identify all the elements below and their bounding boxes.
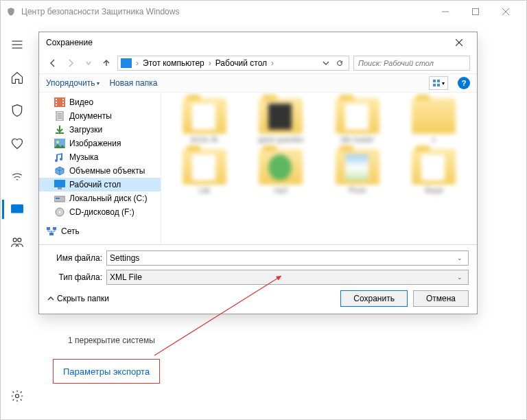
family-icon[interactable] — [2, 229, 32, 256]
export-params-highlight: Параметры экспорта — [53, 359, 160, 384]
svg-rect-31 — [58, 187, 62, 189]
file-item[interactable]: idle master — [321, 98, 394, 143]
file-item[interactable]: mp3 — [245, 149, 318, 194]
svg-point-8 — [13, 238, 16, 242]
tree-item-documents[interactable]: Документы — [39, 109, 161, 123]
save-dialog: Сохранение › Этот компьютер › Рабочий ст… — [38, 32, 478, 314]
network-icon — [46, 226, 57, 236]
nav-recent-icon[interactable] — [82, 56, 95, 70]
chevron-down-icon[interactable]: ⌄ — [454, 255, 465, 261]
image-icon — [54, 139, 65, 148]
svg-rect-37 — [53, 227, 56, 230]
svg-point-29 — [56, 141, 59, 143]
view-mode-button[interactable]: ▾ — [429, 76, 448, 90]
maximize-button[interactable] — [460, 1, 491, 23]
svg-rect-36 — [47, 227, 50, 230]
svg-rect-7 — [12, 205, 23, 213]
nav-back-icon[interactable] — [46, 56, 60, 70]
file-item[interactable]: Skype — [398, 149, 471, 194]
video-icon — [54, 97, 65, 107]
breadcrumb-current[interactable]: Рабочий стол — [214, 58, 268, 68]
dialog-close-button[interactable] — [448, 32, 470, 53]
chevron-right-icon: › — [207, 58, 213, 68]
hide-folders-toggle[interactable]: Скрыть папки — [47, 294, 109, 303]
search-input[interactable] — [358, 59, 465, 67]
new-folder-button[interactable]: Новая папка — [109, 78, 157, 88]
file-grid: bricks 3k game guardian idle master x La… — [161, 93, 477, 200]
svg-rect-21 — [62, 99, 64, 100]
app-titlebar: Центр безопасности Защитника Windows — [1, 1, 526, 23]
file-item[interactable]: Photo — [321, 149, 394, 194]
file-pane[interactable]: bricks 3k game guardian idle master x La… — [161, 93, 477, 244]
nav-forward-icon[interactable] — [64, 56, 78, 70]
filetype-field[interactable]: XML File ⌄ — [106, 270, 469, 285]
refresh-icon[interactable] — [333, 57, 346, 69]
filename-label: Имя файла: — [47, 253, 106, 263]
chevron-right-icon: › — [134, 58, 140, 68]
filename-input[interactable] — [110, 253, 454, 263]
tree-item-cd-drive[interactable]: CD-дисковод (F:) — [39, 205, 161, 219]
file-item[interactable]: Lab — [168, 149, 241, 194]
chevron-down-icon: ▾ — [97, 80, 99, 86]
desktop-icon — [54, 180, 65, 189]
dialog-title: Сохранение — [46, 38, 93, 47]
search-box[interactable] — [353, 56, 470, 71]
help-button[interactable]: ? — [458, 77, 470, 89]
svg-rect-18 — [56, 99, 57, 100]
svg-point-10 — [16, 395, 19, 398]
hamburger-icon[interactable] — [2, 31, 32, 58]
svg-point-35 — [59, 211, 61, 213]
dialog-titlebar: Сохранение — [39, 32, 477, 53]
tree-item-3d-objects[interactable]: Объемные объекты — [39, 164, 161, 178]
cancel-button[interactable]: Отмена — [413, 290, 469, 307]
overlap-text: 1 перекрытие системы — [68, 336, 155, 345]
nav-up-icon[interactable] — [99, 56, 113, 70]
shield-icon[interactable] — [2, 97, 32, 124]
home-icon[interactable] — [2, 64, 32, 91]
firewall-icon[interactable] — [2, 196, 32, 223]
file-item[interactable]: x — [398, 98, 471, 143]
cube-icon — [54, 166, 65, 176]
breadcrumb-root[interactable]: Этот компьютер — [141, 58, 206, 68]
tree-item-local-disk-c[interactable]: Локальный диск (C:) — [39, 191, 161, 205]
chevron-right-icon: › — [270, 58, 275, 68]
disk-icon — [54, 194, 65, 203]
tree-item-desktop[interactable]: Рабочий стол — [39, 178, 161, 191]
heart-icon[interactable] — [2, 130, 32, 157]
tree-item-video[interactable]: Видео — [39, 95, 161, 109]
chevron-up-icon — [47, 295, 54, 302]
music-icon — [54, 152, 65, 162]
tree-item-downloads[interactable]: Загрузки — [39, 123, 161, 137]
organize-menu[interactable]: Упорядочить ▾ — [46, 78, 99, 88]
svg-rect-33 — [56, 198, 60, 199]
svg-rect-15 — [433, 84, 436, 86]
minimize-button[interactable] — [430, 1, 460, 23]
tree-item-images[interactable]: Изображения — [39, 137, 161, 150]
tree-item-network[interactable]: Сеть — [39, 224, 161, 238]
pc-icon — [121, 58, 132, 68]
app-title: Центр безопасности Защитника Windows — [21, 7, 179, 16]
svg-rect-13 — [433, 80, 436, 82]
chevron-down-icon[interactable]: ⌄ — [454, 274, 465, 281]
dialog-toolbar: Упорядочить ▾ Новая папка ▾ ? — [39, 73, 477, 93]
breadcrumb[interactable]: › Этот компьютер › Рабочий стол › — [117, 56, 349, 71]
export-params-link[interactable]: Параметры экспорта — [63, 366, 150, 377]
chevron-down-icon: ▾ — [442, 80, 445, 86]
file-item[interactable]: bricks 3k — [168, 98, 241, 143]
tree-item-music[interactable]: Музыка — [39, 150, 161, 164]
svg-rect-1 — [473, 9, 479, 15]
save-button[interactable]: Сохранить — [340, 290, 408, 307]
filetype-label: Тип файла: — [47, 272, 106, 282]
close-button[interactable] — [491, 1, 521, 23]
filename-field[interactable]: ⌄ — [106, 250, 469, 266]
settings-gear-icon[interactable] — [2, 382, 32, 410]
svg-rect-23 — [62, 104, 64, 106]
breadcrumb-dropdown-icon[interactable] — [320, 57, 332, 69]
document-icon — [54, 111, 65, 121]
shield-app-icon — [6, 7, 16, 16]
svg-rect-22 — [62, 102, 64, 103]
file-item[interactable]: game guardian — [245, 98, 318, 143]
svg-rect-19 — [56, 102, 57, 103]
dialog-nav: › Этот компьютер › Рабочий стол › — [39, 53, 477, 73]
wifi-icon[interactable] — [2, 163, 32, 190]
